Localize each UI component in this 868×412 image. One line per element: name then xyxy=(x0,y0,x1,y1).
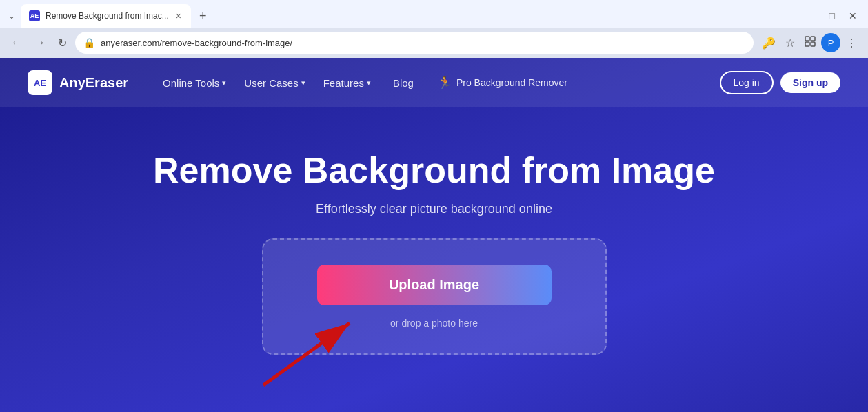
features-chevron-icon: ▾ xyxy=(367,79,371,87)
svg-rect-2 xyxy=(805,42,809,46)
refresh-button[interactable]: ↻ xyxy=(54,34,71,52)
minimize-button[interactable]: — xyxy=(800,8,821,24)
svg-line-5 xyxy=(263,323,350,385)
nav-auth: Log in Sign up xyxy=(720,71,840,94)
address-bar[interactable]: 🔒 anyeraser.com/remove-background-from-i… xyxy=(75,32,754,54)
logo[interactable]: AE AnyEraser xyxy=(28,70,128,95)
login-button[interactable]: Log in xyxy=(720,71,774,94)
address-bar-row: ← → ↻ 🔒 anyeraser.com/remove-background-… xyxy=(0,28,868,58)
maximize-button[interactable]: □ xyxy=(824,8,840,24)
blog-nav-link[interactable]: Blog xyxy=(382,73,425,93)
bookmark-button[interactable]: ☆ xyxy=(781,34,799,52)
key-icon-button[interactable]: 🔑 xyxy=(758,34,780,52)
user-cases-chevron-icon: ▾ xyxy=(301,79,305,87)
browser-chrome: ⌄ AE Remove Background from Imac... × + … xyxy=(0,0,868,58)
pro-icon: 🏃 xyxy=(437,75,452,90)
user-cases-nav-link[interactable]: User Cases ▾ xyxy=(237,73,312,93)
signup-button[interactable]: Sign up xyxy=(780,72,840,93)
url-text: anyeraser.com/remove-background-from-ima… xyxy=(101,38,745,48)
online-tools-chevron-icon: ▾ xyxy=(222,79,226,87)
nav-links: Online Tools ▾ User Cases ▾ Features ▾ B… xyxy=(156,71,719,94)
logo-icon-text: AE xyxy=(34,78,46,88)
pro-background-remover-link[interactable]: 🏃 Pro Background Remover xyxy=(429,71,576,94)
site-nav: AE AnyEraser Online Tools ▾ User Cases ▾… xyxy=(0,58,868,107)
svg-rect-3 xyxy=(811,42,815,46)
logo-box: AE xyxy=(28,70,52,95)
tab-bar: ⌄ AE Remove Background from Imac... × + … xyxy=(0,0,868,28)
hero-title: Remove Background from Image xyxy=(153,151,715,190)
tab-close-button[interactable]: × xyxy=(174,10,183,21)
tab-favicon-text: AE xyxy=(30,12,39,19)
upload-card: Upload Image or drop a photo here xyxy=(262,238,607,355)
back-button[interactable]: ← xyxy=(7,34,26,52)
menu-button[interactable]: ⋮ xyxy=(842,34,861,52)
profile-avatar[interactable]: P xyxy=(821,33,840,52)
forward-button[interactable]: → xyxy=(30,34,50,52)
website: AE AnyEraser Online Tools ▾ User Cases ▾… xyxy=(0,58,868,412)
close-window-button[interactable]: ✕ xyxy=(843,8,862,24)
toolbar-icons: 🔑 ☆ P ⋮ xyxy=(758,33,861,52)
extensions-button[interactable] xyxy=(800,33,820,52)
tab-favicon: AE xyxy=(29,10,40,21)
arrow-indicator xyxy=(243,302,381,395)
hero-section: Remove Background from Image Effortlessl… xyxy=(0,107,868,412)
drop-photo-text: or drop a photo here xyxy=(390,318,478,329)
features-nav-link[interactable]: Features ▾ xyxy=(316,73,378,93)
svg-rect-1 xyxy=(811,37,815,41)
active-tab[interactable]: AE Remove Background from Imac... × xyxy=(21,4,191,28)
window-controls: — □ ✕ xyxy=(800,8,862,24)
lock-icon: 🔒 xyxy=(83,37,95,48)
svg-rect-0 xyxy=(805,37,809,41)
online-tools-nav-link[interactable]: Online Tools ▾ xyxy=(156,73,233,93)
new-tab-button[interactable]: + xyxy=(194,6,212,26)
tab-title: Remove Background from Imac... xyxy=(46,11,169,21)
tab-list-button[interactable]: ⌄ xyxy=(6,8,18,23)
logo-name: AnyEraser xyxy=(59,75,128,91)
hero-subtitle: Effortlessly clear picture background on… xyxy=(316,202,552,216)
upload-image-button[interactable]: Upload Image xyxy=(317,265,552,305)
